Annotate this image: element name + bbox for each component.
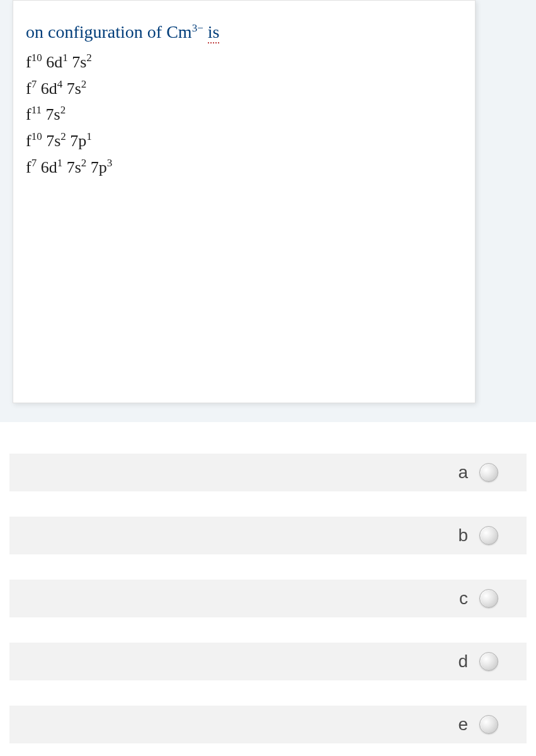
config-option-1: f7 6d4 7s2 (26, 76, 462, 102)
answer-label-d: d (458, 651, 468, 672)
answer-row-a[interactable]: a (9, 454, 527, 491)
radio-e[interactable] (479, 715, 498, 734)
config-option-4: f7 6d1 7s2 7p3 (26, 154, 462, 181)
config-list: f10 6d1 7s2f7 6d4 7s2f11 7s2f10 7s2 7p1f… (26, 49, 462, 180)
radio-a[interactable] (479, 463, 498, 482)
config-option-0: f10 6d1 7s2 (26, 49, 462, 76)
answer-row-e[interactable]: e (9, 706, 527, 743)
answers-area: abcde (0, 454, 536, 743)
radio-d[interactable] (479, 652, 498, 671)
question-prefix: on configuration of Cm (26, 22, 192, 42)
question-text: on configuration of Cm3− is (26, 20, 462, 44)
config-option-3: f10 7s2 7p1 (26, 128, 462, 154)
answer-row-d[interactable]: d (9, 643, 527, 680)
radio-b[interactable] (479, 526, 498, 545)
answer-row-c[interactable]: c (9, 580, 527, 617)
answer-label-b: b (458, 525, 468, 546)
question-box: on configuration of Cm3− is f10 6d1 7s2f… (13, 0, 476, 403)
answer-label-c: c (459, 588, 468, 609)
answer-label-a: a (458, 462, 468, 483)
answer-label-e: e (458, 714, 468, 735)
question-superscript: 3− (192, 22, 203, 34)
answer-row-b[interactable]: b (9, 517, 527, 554)
radio-c[interactable] (479, 589, 498, 608)
question-suffix: is (208, 22, 220, 43)
config-option-2: f11 7s2 (26, 101, 462, 128)
